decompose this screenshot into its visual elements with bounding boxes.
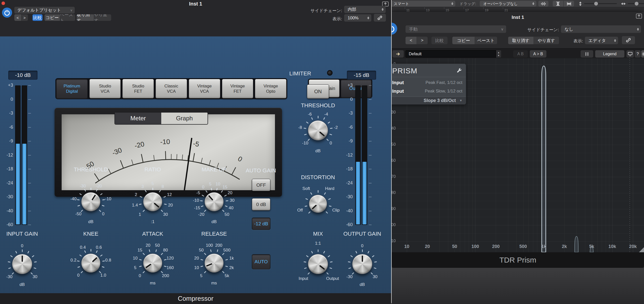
threshold-knob[interactable]: -50-40-30-20-100dBTHRESHOLD [81, 192, 100, 211]
meter-scale-label: -24 [321, 180, 353, 186]
compressor-preset-dropdown[interactable]: デフォルトプリセット v [14, 7, 75, 14]
compressor-view-dropdown[interactable]: 100% [344, 14, 371, 22]
ratio-knob[interactable]: 11.42358122030:1RATIO [143, 192, 162, 211]
prism-plugin-window: Inst 1 手動 v サイドチェーン: なし < > 比較 コピー ペースト [392, 12, 644, 304]
bars-ruler[interactable]: 111315171921 [392, 7, 644, 12]
db-scale-label: -70 [392, 174, 396, 179]
prism-sidechain-dropdown[interactable]: なし [561, 25, 641, 33]
model-button-studio-vca[interactable]: StudioVCA [89, 79, 121, 98]
db-scale-label: -30 [392, 110, 396, 115]
vertical-zoom-slider[interactable] [584, 3, 617, 4]
freq-scale-label: 2k [562, 244, 567, 249]
undo-button[interactable]: 取り消す [508, 37, 534, 44]
legend-button[interactable]: Legend [595, 50, 624, 58]
model-button-vintage-opto[interactable]: VintageOpto [255, 79, 287, 98]
slope-dropdown[interactable]: Slope 3 dB/Oct ▼ [388, 97, 466, 104]
model-button-classic-vca[interactable]: ClassicVCA [155, 79, 187, 98]
next-preset-button[interactable]: > [417, 37, 428, 44]
knee-knob[interactable]: 00.20.40.60.81.0KNEE [81, 254, 100, 273]
knob-scale-label: 500 [223, 248, 230, 253]
prism-default-preset-field[interactable]: Default [406, 50, 496, 58]
knob-scale-label: 5 [200, 273, 202, 278]
prev-preset-button[interactable]: < [406, 37, 417, 44]
horizontal-zoom-button[interactable] [564, 1, 574, 7]
vertical-zoom-slider-thumb[interactable] [594, 2, 598, 6]
a-to-b-button[interactable]: A > B [530, 50, 546, 58]
prism-link-button[interactable] [622, 36, 635, 44]
plugin-power-button[interactable] [2, 8, 12, 18]
auto-gain-option-off[interactable]: OFF [252, 179, 270, 191]
insert-arrow-button[interactable] [392, 50, 404, 58]
knob-scale-label: Output [326, 276, 339, 281]
prism-compare-button[interactable]: 比較 [431, 37, 448, 44]
horizontal-zoom-slider[interactable] [628, 3, 644, 4]
release-knob[interactable]: 51020501002005001k2k5kmsRELEASE [205, 254, 224, 273]
vertical-zoom-button[interactable] [553, 1, 563, 7]
limiter-threshold-knob[interactable]: -10-8-6-4-20dBTHRESHOLD [308, 120, 328, 140]
compressor-link-button[interactable] [374, 14, 386, 22]
pause-button[interactable] [581, 50, 593, 58]
model-button-vintage-vca[interactable]: VintageVCA [189, 79, 220, 98]
attack-knob[interactable]: 051015205080120160200msATTACK [143, 254, 162, 273]
knob-scale-label: -6 [308, 112, 312, 117]
distortion-knob[interactable]: OffSoftHardClipDISTORTION [309, 195, 327, 213]
legend-row[interactable]: Input Peak Fast, 1/12 oct [392, 78, 462, 87]
ab-toggle-button[interactable]: A B [513, 50, 528, 58]
prism-view-value: エディタ [588, 38, 606, 43]
knob-scale-label: -10 [193, 198, 199, 203]
compressor-sidechain-dropdown[interactable]: 内部 [344, 6, 386, 13]
wrench-icon[interactable] [456, 68, 462, 74]
waveform-zoom-button[interactable] [538, 1, 548, 7]
knob-scale-label: 0 [202, 185, 204, 190]
resize-handle[interactable] [639, 247, 644, 252]
paste-button[interactable]: ペースト [475, 37, 497, 44]
horizontal-zoom-slider-thumb[interactable] [635, 2, 638, 6]
db-scale-label: -40 [392, 126, 396, 131]
auto-gain-option--12db[interactable]: -12 dB [252, 218, 270, 230]
model-button-vintage-fet[interactable]: VintageFET [222, 79, 254, 98]
drag-dropdown[interactable]: オーバーラップなし [480, 1, 536, 7]
mix-knob[interactable]: Input1:1OutputMIX [308, 254, 328, 274]
prism-view-dropdown[interactable]: エディタ [585, 37, 618, 44]
meter-scale-label: -60 [321, 222, 353, 227]
undo-button[interactable]: 取り消す [77, 14, 94, 21]
settings-button[interactable] [641, 50, 644, 58]
meter-scale-label: -18 [321, 166, 353, 172]
copy-button[interactable]: コピー [452, 37, 475, 44]
legend-row[interactable]: Input Peak Slow, 1/12 oct [392, 87, 462, 95]
model-button-studio-fet[interactable]: StudioFET [122, 79, 154, 98]
knob-scale-label: 0 [361, 243, 363, 248]
vu-tab-meter[interactable]: Meter [115, 113, 161, 124]
meter-scale-label: 0 [0, 97, 13, 102]
help-button[interactable]: ? [635, 50, 641, 58]
output-gain-knob[interactable]: -30030dBOUTPUT GAIN [352, 254, 372, 274]
knob-title: RATIO [144, 166, 161, 173]
knob-scale-label: 1k [229, 256, 234, 261]
redo-button[interactable]: やり直す [534, 37, 559, 44]
redo-button[interactable]: やり直す [94, 14, 111, 21]
preset-stepper[interactable]: ▲▼ [496, 50, 501, 58]
horizontal-zoom-slider-icon [621, 2, 625, 6]
prism-window-title: Inst 1 [392, 15, 644, 20]
prism-preset-dropdown[interactable]: 手動 v [406, 25, 506, 33]
prism-undo-redo-group: 取り消す やり直す [508, 37, 559, 44]
copy-button[interactable]: コピー [45, 14, 60, 21]
auto-release-button[interactable]: AUTO [252, 254, 270, 269]
compressor-compare-button[interactable]: 比較 [32, 14, 43, 21]
input-gain-knob[interactable]: -30030dBINPUT GAIN [12, 254, 32, 274]
makeup-knob[interactable]: -20-15-10-505101520304050dBMAKE UP [205, 192, 224, 211]
knob-scale-label: 0 [139, 273, 141, 278]
paste-button[interactable]: ペースト [60, 14, 75, 21]
prev-preset-button[interactable]: < [14, 14, 21, 21]
open-in-window-icon[interactable] [636, 14, 642, 19]
vu-tab-graph[interactable]: Graph [161, 113, 208, 124]
limiter-on-button[interactable]: ON [307, 84, 329, 99]
model-button-platinum-digital[interactable]: PlatinumDigital [56, 79, 88, 98]
svg-text:-20: -20 [134, 140, 145, 149]
auto-gain-option-0db[interactable]: 0 dB [252, 198, 270, 211]
display-mode-button[interactable] [626, 50, 634, 58]
db-scale-label: -80 [392, 190, 396, 195]
next-preset-button[interactable]: > [21, 14, 28, 21]
knob-scale-label: 2k [229, 265, 234, 270]
knob-scale-label: 10 [194, 265, 199, 270]
